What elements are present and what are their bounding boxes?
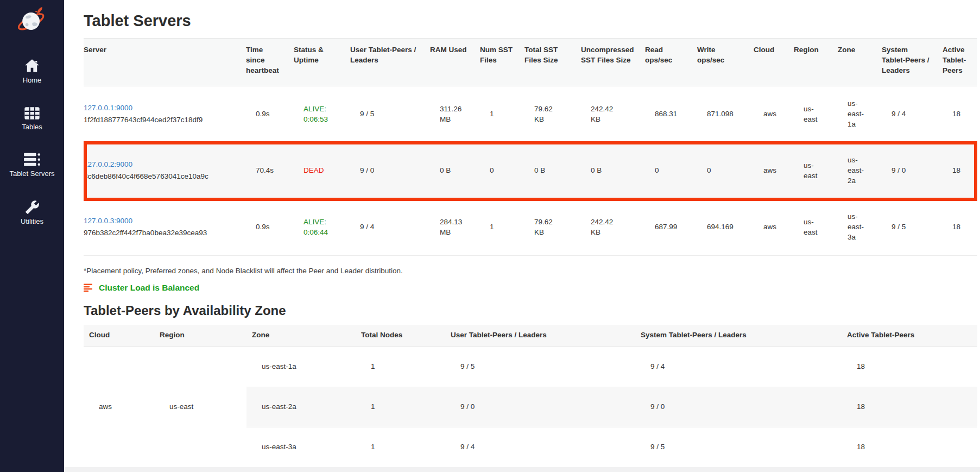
cell-zone: us-east-2a (838, 143, 882, 199)
server-link[interactable]: 127.0.0.1:9000 (84, 104, 132, 112)
cell-read-ops: 0 (645, 143, 697, 199)
status-text: ALIVE: (304, 217, 339, 228)
zones-table: Cloud Region Zone Total Nodes User Table… (84, 325, 977, 468)
col-header-region: Region (154, 325, 246, 347)
cell-status: ALIVE: 0:06:44 (294, 199, 350, 256)
cell-user-peers: 9 / 0 (350, 143, 430, 199)
cell-heartbeat: 0.9s (246, 86, 294, 143)
home-icon (24, 59, 40, 73)
table-row: aws us-east us-east-1a 1 9 / 5 9 / 4 18 (84, 347, 977, 387)
cell-active-peers: 18 (943, 143, 977, 199)
cell-uncompressed-sst: 242.42 KB (581, 86, 645, 143)
horizontal-scrollbar[interactable] (64, 467, 980, 472)
cell-zone: us-east-3a (838, 199, 882, 256)
status-text: DEAD (304, 166, 339, 176)
cell-total-nodes: 1 (356, 387, 445, 427)
cell-num-sst: 1 (480, 199, 524, 256)
cell-server: 127.0.0.3:9000 976b382c2ff442f7ba0bea32e… (84, 199, 246, 256)
cell-write-ops: 0 (697, 143, 754, 199)
col-header-read-ops: Read ops/sec (645, 39, 697, 86)
cell-zone: us-east-2a (246, 387, 356, 427)
cell-active-peers: 18 (842, 347, 977, 387)
col-header-zone: Zone (838, 39, 882, 86)
cell-cloud: aws (84, 347, 154, 467)
sidebar-item-utilities[interactable]: Utilities (0, 200, 64, 226)
table-row: 127.0.0.3:9000 976b382c2ff442f7ba0bea32e… (84, 199, 977, 256)
cell-active-peers: 18 (842, 387, 977, 427)
col-header-system-peers: System Tablet-Peers / Leaders (882, 39, 943, 86)
cell-ram: 0 B (430, 143, 480, 199)
sidebar-nav: Home Tables Tablet Servers Ut (0, 59, 64, 225)
sidebar-item-tablet-servers[interactable]: Tablet Servers (0, 153, 64, 178)
cell-total-sst: 79.62 KB (524, 86, 581, 143)
sidebar-item-tables[interactable]: Tables (0, 106, 64, 131)
cluster-balance-text: Cluster Load is Balanced (99, 283, 199, 293)
sidebar: Home Tables Tablet Servers Ut (0, 0, 64, 472)
cell-ram: 284.13 MB (430, 199, 480, 256)
cell-total-sst: 0 B (524, 143, 581, 199)
col-header-active-peers: Active Tablet-Peers (842, 325, 977, 347)
col-header-uncompressed-sst: Uncompressed SST Files Size (581, 39, 645, 86)
server-uuid: 976b382c2ff442f7ba0bea32e39cea93 (84, 228, 235, 238)
cell-zone: us-east-3a (246, 427, 356, 467)
cell-server: 127.0.0.2:9000 3c6deb86f40c4f668e5763041… (84, 143, 246, 199)
col-header-status: Status & Uptime (294, 39, 350, 86)
sidebar-item-label: Utilities (21, 217, 43, 226)
server-link[interactable]: 127.0.0.3:9000 (84, 217, 132, 225)
sidebar-item-label: Home (23, 76, 42, 85)
col-header-heartbeat: Time since heartbeat (246, 39, 294, 86)
sidebar-item-home[interactable]: Home (0, 59, 64, 85)
col-header-zone: Zone (246, 325, 356, 347)
col-header-total-nodes: Total Nodes (356, 325, 445, 347)
tablet-servers-table-wrap: Server Time since heartbeat Status & Upt… (84, 38, 977, 256)
cell-total-nodes: 1 (356, 347, 445, 387)
cell-num-sst: 1 (480, 86, 524, 143)
placement-footnote: *Placement policy, Preferred zones, and … (84, 267, 977, 275)
table-row-dead-server: 127.0.0.2:9000 3c6deb86f40c4f668e5763041… (84, 143, 977, 199)
col-header-user-peers: User Tablet-Peers / Leaders (350, 39, 430, 86)
cell-num-sst: 0 (480, 143, 524, 199)
col-header-server: Server (84, 39, 246, 86)
cell-user-peers: 9 / 4 (350, 199, 430, 256)
cell-zone: us-east-1a (838, 86, 882, 143)
cell-region: us-east (794, 199, 838, 256)
cell-active-peers: 18 (842, 427, 977, 467)
cluster-balance-icon (84, 284, 93, 292)
cell-cloud: aws (754, 143, 794, 199)
tables-icon (24, 106, 40, 120)
cell-system-peers: 9 / 4 (882, 86, 943, 143)
cell-user-peers: 9 / 0 (445, 387, 635, 427)
main-content: Tablet Servers Server Time since heartbe… (64, 0, 980, 472)
col-header-active-peers: Active Tablet-Peers (943, 39, 977, 86)
col-header-num-sst: Num SST Files (480, 39, 524, 86)
table-header-row: Cloud Region Zone Total Nodes User Table… (84, 325, 977, 347)
uptime-text: 0:06:44 (304, 228, 339, 238)
cluster-balance-status: Cluster Load is Balanced (84, 283, 977, 293)
cell-active-peers: 18 (943, 199, 977, 256)
table-row: 127.0.0.1:9000 1f2fd188777643cf944ced2f3… (84, 86, 977, 143)
cell-total-sst: 79.62 KB (524, 199, 581, 256)
cell-read-ops: 687.99 (645, 199, 697, 256)
cell-uncompressed-sst: 0 B (581, 143, 645, 199)
cell-total-nodes: 1 (356, 427, 445, 467)
cell-region: us-east (794, 143, 838, 199)
sidebar-item-label: Tables (22, 123, 42, 131)
sidebar-item-label: Tablet Servers (9, 169, 54, 178)
status-text: ALIVE: (304, 104, 339, 115)
col-header-user-peers: User Tablet-Peers / Leaders (445, 325, 635, 347)
uptime-text: 0:06:53 (304, 115, 339, 125)
col-header-system-peers: System Tablet-Peers / Leaders (635, 325, 842, 347)
server-link[interactable]: 127.0.0.2:9000 (84, 160, 132, 168)
table-header-row: Server Time since heartbeat Status & Upt… (84, 39, 977, 86)
server-uuid: 1f2fd188777643cf944ced2f37c18df9 (84, 115, 235, 125)
cell-system-peers: 9 / 5 (635, 427, 842, 467)
cell-cloud: aws (754, 86, 794, 143)
utilities-icon (25, 200, 40, 215)
cell-system-peers: 9 / 0 (635, 387, 842, 427)
cell-region: us-east (154, 347, 246, 467)
cell-zone: us-east-1a (246, 347, 356, 387)
col-header-region: Region (794, 39, 838, 86)
cell-status: ALIVE: 0:06:53 (294, 86, 350, 143)
cell-system-peers: 9 / 4 (635, 347, 842, 387)
app-logo-icon[interactable] (16, 4, 48, 37)
